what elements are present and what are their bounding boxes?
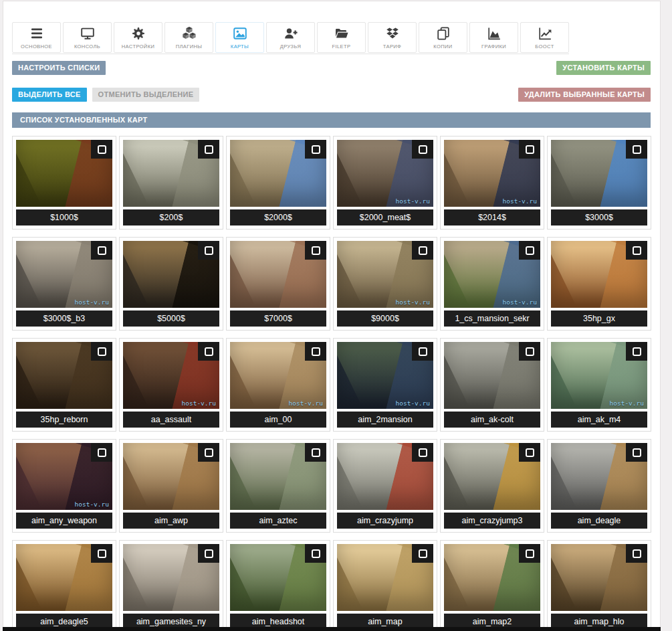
tab-grafiki[interactable]: ГРАФИКИ (469, 22, 518, 53)
map-thumbnail[interactable]: host-v.ru (551, 342, 647, 409)
map-thumbnail[interactable]: host-v.ru (16, 443, 112, 510)
map-thumbnail[interactable] (123, 443, 219, 510)
map-thumbnail[interactable] (230, 140, 326, 207)
map-thumbnail[interactable]: host-v.ru (16, 241, 112, 308)
configure-lists-button[interactable]: НАСТРОИТЬ СПИСКИ (12, 61, 106, 75)
map-checkbox[interactable] (412, 443, 433, 462)
folder-open-icon (334, 25, 350, 41)
map-checkbox[interactable] (626, 342, 647, 361)
tab-osnovnoe[interactable]: ОСНОВНОЕ (12, 22, 61, 53)
map-thumbnail[interactable]: host-v.ru (123, 342, 219, 409)
map-checkbox[interactable] (412, 544, 433, 563)
map-thumbnail[interactable] (123, 140, 219, 207)
map-checkbox[interactable] (305, 342, 326, 361)
map-checkbox[interactable] (198, 241, 219, 260)
tab-nastroyki[interactable]: НАСТРОЙКИ (114, 22, 162, 53)
install-maps-button[interactable]: УСТАНОВИТЬ КАРТЫ (556, 61, 651, 75)
map-thumbnail[interactable]: host-v.ru (230, 342, 326, 409)
cancel-selection-button[interactable]: ОТМЕНИТЬ ВЫДЕЛЕНИЕ (92, 88, 200, 102)
map-name-label: $3000$_b3 (16, 310, 112, 327)
map-checkbox[interactable] (519, 443, 540, 462)
map-name-label: aim_ak-colt (444, 412, 540, 428)
map-card: aim_deagle5 (12, 540, 116, 631)
map-thumbnail[interactable] (123, 544, 219, 611)
map-name-label: aim_deagle (551, 513, 647, 529)
map-checkbox[interactable] (91, 544, 112, 563)
tab-konsol[interactable]: КОНСОЛЬ (63, 22, 112, 53)
tab-tarif[interactable]: ТАРИФ (368, 22, 417, 53)
tab-plaginy[interactable]: ПЛАГИНЫ (164, 22, 213, 53)
tab-filetp[interactable]: FILETP (317, 22, 366, 53)
map-checkbox[interactable] (412, 241, 433, 260)
map-checkbox[interactable] (91, 140, 112, 159)
map-thumbnail[interactable] (444, 342, 540, 409)
map-checkbox[interactable] (305, 140, 326, 159)
map-thumbnail[interactable] (551, 443, 647, 510)
map-checkbox[interactable] (626, 544, 647, 563)
map-checkbox[interactable] (198, 140, 219, 159)
delete-selected-maps-button[interactable]: УДАЛИТЬ ВЫБРАННЫЕ КАРТЫ (518, 88, 651, 102)
map-thumbnail[interactable] (16, 544, 112, 611)
map-checkbox[interactable] (626, 443, 647, 462)
map-checkbox[interactable] (519, 140, 540, 159)
map-card: aim_awp (119, 439, 223, 533)
checkbox-icon (419, 448, 427, 457)
map-card: $1000$ (12, 136, 116, 230)
map-thumbnail[interactable] (551, 140, 647, 207)
checkbox-icon (98, 145, 106, 154)
monitor-icon (80, 25, 96, 41)
map-thumbnail[interactable]: host-v.ru (337, 241, 433, 308)
map-card: aim_map2 (440, 540, 544, 631)
checkbox-icon (312, 347, 320, 356)
map-checkbox[interactable] (412, 140, 433, 159)
map-checkbox[interactable] (305, 544, 326, 563)
map-checkbox[interactable] (91, 342, 112, 361)
map-name-label: aim_aztec (230, 513, 326, 529)
map-checkbox[interactable] (519, 342, 540, 361)
map-checkbox[interactable] (626, 241, 647, 260)
map-thumbnail[interactable] (551, 241, 647, 308)
checkbox-icon (633, 246, 641, 255)
map-checkbox[interactable] (305, 241, 326, 260)
tab-kopii[interactable]: КОПИИ (419, 22, 467, 53)
map-thumbnail[interactable] (337, 443, 433, 510)
map-checkbox[interactable] (519, 544, 540, 563)
map-card: 35hp_reborn (12, 338, 116, 432)
map-name-label: aim_awp (123, 513, 219, 529)
map-card: host-v.ru aim_00 (226, 338, 330, 432)
map-checkbox[interactable] (198, 342, 219, 361)
map-thumbnail[interactable] (230, 544, 326, 611)
map-checkbox[interactable] (519, 241, 540, 260)
map-thumbnail[interactable] (230, 443, 326, 510)
tab-karty[interactable]: КАРТЫ (215, 22, 264, 53)
map-checkbox[interactable] (412, 342, 433, 361)
map-thumbnail[interactable]: host-v.ru (444, 241, 540, 308)
map-checkbox[interactable] (305, 443, 326, 462)
map-thumbnail[interactable] (337, 544, 433, 611)
map-checkbox[interactable] (198, 443, 219, 462)
area-chart-icon (486, 25, 502, 41)
map-thumbnail[interactable]: host-v.ru (337, 140, 433, 207)
map-checkbox[interactable] (91, 443, 112, 462)
map-thumbnail[interactable] (444, 443, 540, 510)
tab-boost[interactable]: БООСТ (520, 22, 569, 53)
map-thumbnail[interactable]: host-v.ru (337, 342, 433, 409)
map-thumbnail[interactable] (123, 241, 219, 308)
tab-druzya[interactable]: ДРУЗЬЯ (266, 22, 315, 53)
map-checkbox[interactable] (198, 544, 219, 563)
select-all-button[interactable]: ВЫДЕЛИТЬ ВСЕ (12, 88, 87, 102)
map-name-label: $2000$ (230, 209, 326, 226)
map-thumbnail[interactable] (230, 241, 326, 308)
map-thumbnail[interactable] (551, 544, 647, 611)
tab-label: НАСТРОЙКИ (122, 43, 154, 50)
map-thumbnail[interactable] (444, 544, 540, 611)
map-checkbox[interactable] (626, 140, 647, 159)
map-thumbnail[interactable] (16, 140, 112, 207)
map-name-label: aim_ak_m4 (551, 412, 647, 428)
map-checkbox[interactable] (91, 241, 112, 260)
map-thumbnail[interactable]: host-v.ru (444, 140, 540, 207)
tab-label: FILETP (332, 43, 351, 50)
checkbox-icon (205, 549, 213, 558)
map-thumbnail[interactable] (16, 342, 112, 409)
checkbox-icon (98, 347, 106, 356)
